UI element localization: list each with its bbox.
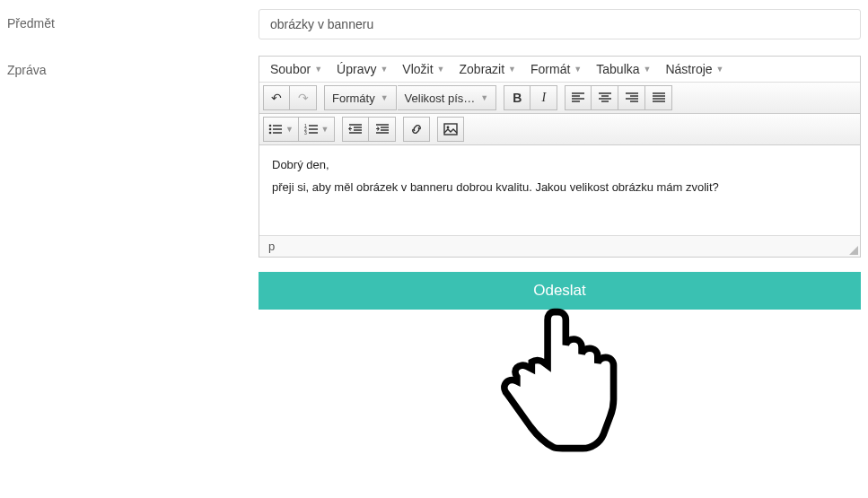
- image-icon: [443, 123, 458, 135]
- resize-handle-icon[interactable]: [849, 246, 858, 255]
- subject-label: Předmět: [7, 9, 259, 39]
- bullet-list-button[interactable]: ▼: [263, 117, 299, 142]
- undo-button[interactable]: ↶: [263, 85, 290, 110]
- caret-down-icon: ▼: [380, 65, 388, 74]
- menu-tools[interactable]: Nástroje▼: [665, 62, 723, 76]
- editor-statusbar: p: [259, 235, 860, 257]
- svg-point-7: [447, 127, 450, 129]
- italic-button[interactable]: I: [530, 85, 557, 110]
- rich-text-editor: Soubor▼ Úpravy▼ Vložit▼ Zobrazit▼ Formát…: [259, 56, 861, 258]
- editor-menubar: Soubor▼ Úpravy▼ Vložit▼ Zobrazit▼ Formát…: [259, 57, 860, 83]
- link-button[interactable]: [403, 117, 430, 142]
- align-justify-button[interactable]: [645, 85, 672, 110]
- body-line: Dobrý den,: [272, 154, 847, 177]
- body-line: přeji si, aby měl obrázek v banneru dobr…: [272, 177, 847, 199]
- svg-text:3: 3: [304, 130, 307, 135]
- align-justify-icon: [652, 92, 666, 104]
- outdent-button[interactable]: [342, 117, 369, 142]
- align-center-icon: [598, 92, 612, 104]
- cursor-overlay: [259, 301, 861, 474]
- align-right-icon: [625, 92, 639, 104]
- svg-point-2: [269, 132, 272, 135]
- italic-icon: I: [541, 91, 546, 105]
- number-list-button[interactable]: 123 ▼: [299, 117, 335, 142]
- fontsize-dropdown[interactable]: Velikost pís…▼: [398, 85, 497, 110]
- caret-down-icon: ▼: [381, 93, 389, 102]
- formats-dropdown[interactable]: Formáty▼: [324, 85, 397, 110]
- caret-down-icon: ▼: [285, 125, 294, 134]
- outdent-icon: [348, 123, 363, 135]
- align-right-button[interactable]: [618, 85, 645, 110]
- svg-point-1: [269, 128, 272, 131]
- menu-file[interactable]: Soubor▼: [270, 62, 322, 76]
- caret-down-icon: ▼: [314, 65, 322, 74]
- align-left-icon: [571, 92, 585, 104]
- svg-rect-6: [444, 124, 457, 135]
- pointer-hand-icon: [488, 301, 632, 471]
- editor-toolbar-row-1: ↶ ↷ Formáty▼ Velikost pís…▼ B I: [259, 83, 860, 114]
- number-list-icon: 123: [304, 123, 319, 135]
- bold-icon: B: [513, 91, 522, 105]
- caret-down-icon: ▼: [716, 65, 724, 74]
- bullet-list-icon: [268, 123, 283, 135]
- subject-input[interactable]: [259, 9, 861, 39]
- redo-icon: ↷: [298, 91, 309, 105]
- editor-toolbar-row-2: ▼ 123 ▼: [259, 114, 860, 145]
- caret-down-icon: ▼: [574, 65, 582, 74]
- message-label: Zpráva: [7, 56, 259, 474]
- align-left-button[interactable]: [565, 85, 592, 110]
- image-button[interactable]: [437, 117, 464, 142]
- svg-point-0: [269, 125, 272, 127]
- undo-icon: ↶: [271, 91, 282, 105]
- subject-row: Předmět: [7, 9, 861, 39]
- menu-edit[interactable]: Úpravy▼: [337, 62, 388, 76]
- indent-icon: [375, 123, 390, 135]
- caret-down-icon: ▼: [437, 65, 445, 74]
- caret-down-icon: ▼: [480, 93, 488, 102]
- menu-insert[interactable]: Vložit▼: [402, 62, 444, 76]
- indent-button[interactable]: [369, 117, 396, 142]
- caret-down-icon: ▼: [321, 125, 329, 134]
- align-center-button[interactable]: [592, 85, 618, 110]
- redo-button[interactable]: ↷: [290, 85, 317, 110]
- element-path[interactable]: p: [268, 240, 275, 253]
- menu-view[interactable]: Zobrazit▼: [460, 62, 517, 76]
- message-row: Zpráva Soubor▼ Úpravy▼ Vložit▼ Zobrazit▼…: [7, 56, 861, 474]
- menu-format[interactable]: Formát▼: [530, 62, 582, 76]
- caret-down-icon: ▼: [508, 65, 516, 74]
- menu-table[interactable]: Tabulka▼: [596, 62, 651, 76]
- editor-content[interactable]: Dobrý den, přeji si, aby měl obrázek v b…: [259, 145, 860, 235]
- caret-down-icon: ▼: [644, 65, 652, 74]
- bold-button[interactable]: B: [504, 85, 530, 110]
- link-icon: [409, 122, 424, 136]
